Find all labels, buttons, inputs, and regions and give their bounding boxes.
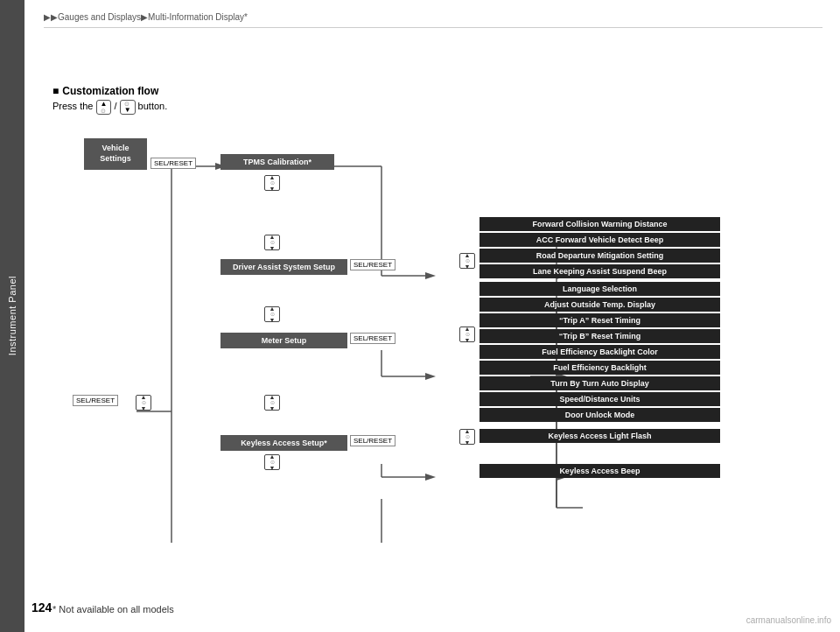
watermark: carmanualsonline.info (746, 615, 831, 625)
title-bullet: ■ (52, 85, 59, 97)
item-forward-collision: Forward Collision Warning Distance (480, 217, 720, 231)
driver-assist-box: Driver Assist System Setup (220, 259, 347, 275)
item-road-departure: Road Departure Mitigation Setting (480, 249, 720, 263)
svg-marker-31 (425, 474, 436, 481)
item-keyless-beep: Keyless Access Beep (480, 464, 720, 478)
item-adjust-temp: Adjust Outside Temp. Display (480, 298, 720, 312)
item-trip-a: “Trip A” Reset Timing (480, 313, 720, 327)
item-turn-auto: Turn By Turn Auto Display (480, 376, 720, 390)
item-speed-distance: Speed/Distance Units (480, 392, 720, 406)
sel-reset-2: SEL/RESET (350, 259, 396, 270)
svg-marker-16 (425, 373, 436, 380)
item-fuel-color: Fuel Efficiency Backlight Color (480, 345, 720, 359)
vehicle-settings-box: VehicleSettings (84, 138, 147, 170)
footer-note: * Not available on all models (52, 604, 174, 614)
breadcrumb: ▶▶Gauges and Displays▶Multi-Information … (44, 12, 822, 28)
arrow-icon-left: ▲⊙▼ (136, 395, 151, 411)
arrow-icon-right-3: ▲⊙▼ (459, 429, 475, 445)
title-text: Customization flow (62, 85, 158, 97)
arrow-icon-right-1: ▲⊙▼ (459, 253, 475, 269)
item-door-unlock: Door Unlock Mode (480, 408, 720, 422)
meter-setup-box: Meter Setup (220, 333, 347, 348)
arrow-icon-4: ▲⊙▼ (264, 395, 280, 411)
arrow-icon-right-2: ▲⊙▼ (459, 327, 475, 342)
tpms-box: TPMS Calibration* (220, 154, 334, 170)
item-lane-keeping: Lane Keeping Assist Suspend Beep (480, 264, 720, 278)
item-keyless-flash: Keyless Access Light Flash (480, 429, 720, 443)
sidebar-label: Instrument Panel (7, 276, 18, 355)
item-language: Language Selection (480, 282, 720, 296)
sel-reset-left: SEL/RESET (73, 395, 118, 406)
sidebar: Instrument Panel (0, 0, 24, 632)
page-number: 124 (32, 600, 52, 614)
item-trip-b: “Trip B” Reset Timing (480, 329, 720, 343)
sel-reset-1: SEL/RESET (150, 158, 196, 169)
svg-marker-6 (425, 272, 436, 279)
arrow-icon-2: ▲⊙▼ (264, 235, 280, 250)
arrow-icon-3: ▲⊙▼ (264, 306, 280, 322)
item-fuel-backlight: Fuel Efficiency Backlight (480, 361, 720, 375)
press-instruction: Press the ▲⊙ / ⊙▼ button. (52, 100, 167, 115)
arrow-icon-5: ▲⊙▼ (264, 454, 280, 470)
item-acc-forward: ACC Forward Vehicle Detect Beep (480, 233, 720, 247)
sel-reset-3: SEL/RESET (350, 333, 396, 344)
section-title: ■ Customization flow (52, 85, 158, 97)
sel-reset-4: SEL/RESET (350, 435, 396, 446)
arrow-icon-1: ▲⊙▼ (264, 175, 280, 191)
keyless-access-box: Keyless Access Setup* (220, 435, 347, 451)
